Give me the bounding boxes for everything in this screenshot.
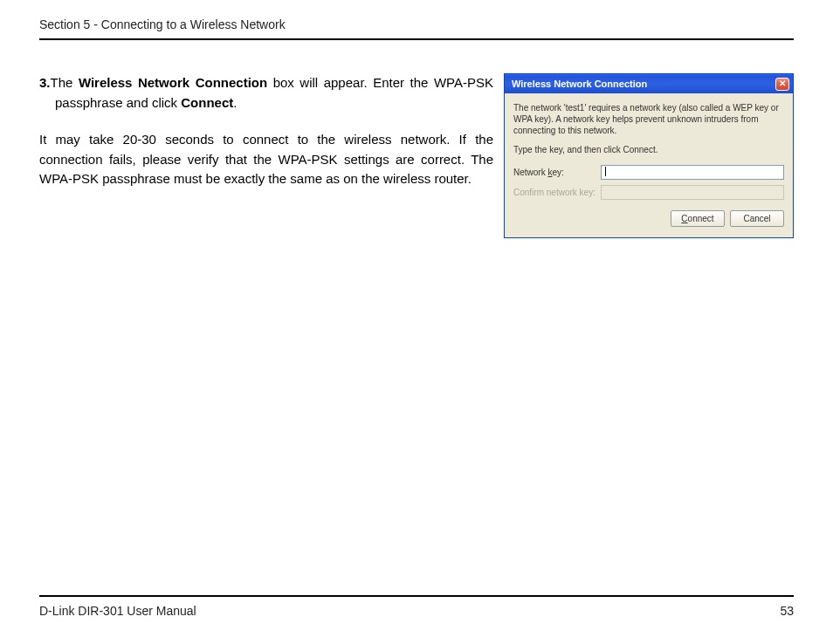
dialog-column: Wireless Network Connection ✕ The networ… [502, 73, 794, 238]
dialog-type-prompt: Type the key, and then click Connect. [513, 145, 784, 154]
content-row: 3.The Wireless Network Connection box wi… [39, 73, 794, 238]
dialog-title: Wireless Network Connection [512, 79, 647, 89]
network-key-row: Network key: [513, 165, 784, 180]
close-icon: ✕ [779, 79, 786, 88]
step-text: 3.The Wireless Network Connection box wi… [39, 73, 493, 113]
cancel-button[interactable]: Cancel [730, 210, 784, 227]
paragraph: It may take 20-30 seconds to connect to … [39, 130, 493, 189]
dialog-instruction: The network 'test1' requires a network k… [513, 102, 784, 136]
confirm-key-input [601, 185, 784, 200]
page-footer: D-Link DIR-301 User Manual 53 [39, 595, 794, 618]
network-key-input[interactable] [601, 165, 784, 180]
text-cursor-icon [605, 167, 606, 176]
footer-manual: D-Link DIR-301 User Manual [39, 604, 196, 618]
footer-page: 53 [780, 604, 794, 618]
close-button[interactable]: ✕ [775, 78, 789, 91]
connect-button[interactable]: Connect [671, 210, 725, 227]
bold-connect: Connect [181, 95, 233, 110]
dialog-body: The network 'test1' requires a network k… [505, 93, 793, 237]
step-block: 3.The Wireless Network Connection box wi… [39, 73, 493, 113]
page-header: Section 5 - Connecting to a Wireless Net… [39, 17, 794, 40]
text-column: 3.The Wireless Network Connection box wi… [39, 73, 493, 189]
dialog-buttons: Connect Cancel [513, 210, 784, 227]
section-title: Section 5 - Connecting to a Wireless Net… [39, 17, 286, 31]
step-number: 3. [39, 75, 51, 90]
network-key-label: Network key: [513, 168, 601, 177]
confirm-key-row: Confirm network key: [513, 185, 784, 200]
bold-wnc: Wireless Network Connection [79, 75, 267, 90]
dialog-titlebar: Wireless Network Connection ✕ [505, 74, 793, 93]
confirm-key-label: Confirm network key: [513, 188, 601, 197]
wireless-dialog: Wireless Network Connection ✕ The networ… [504, 73, 794, 238]
